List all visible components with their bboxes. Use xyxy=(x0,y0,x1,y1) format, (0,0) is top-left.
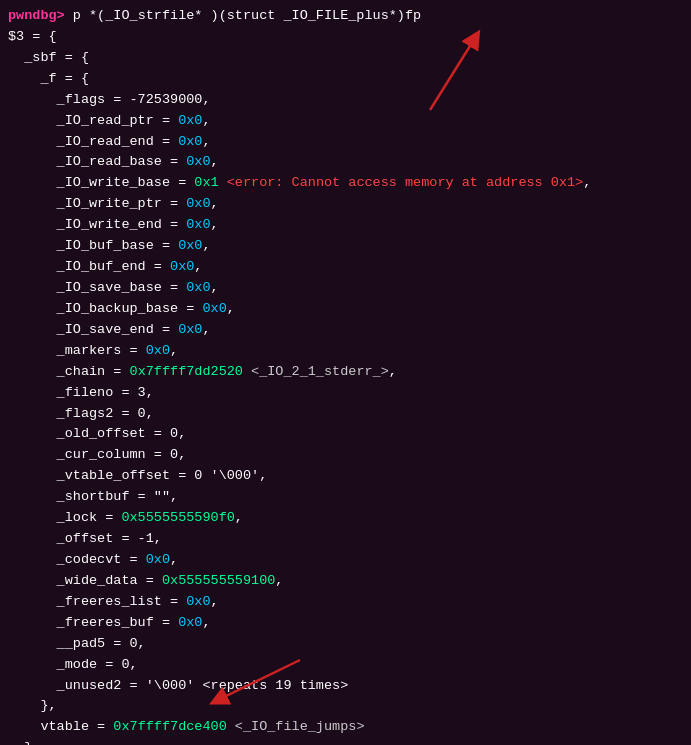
output-line-8: _IO_write_base = 0x1 <error: Cannot acce… xyxy=(8,173,683,194)
output-line-23: _shortbuf = "", xyxy=(8,487,683,508)
output-line-25: _offset = -1, xyxy=(8,529,683,550)
output-line-5: _IO_read_ptr = 0x0, xyxy=(8,111,683,132)
output-line-7: _IO_read_base = 0x0, xyxy=(8,152,683,173)
output-line-14: _IO_backup_base = 0x0, xyxy=(8,299,683,320)
output-line-24: _lock = 0x5555555590f0, xyxy=(8,508,683,529)
output-line-18: _fileno = 3, xyxy=(8,383,683,404)
output-line-20: _old_offset = 0, xyxy=(8,424,683,445)
output-line-19: _flags2 = 0, xyxy=(8,404,683,425)
output-line-1: $3 = { xyxy=(8,27,683,48)
output-line-16: _markers = 0x0, xyxy=(8,341,683,362)
output-line-31: _mode = 0, xyxy=(8,655,683,676)
output-line-2: _sbf = { xyxy=(8,48,683,69)
output-line-29: _freeres_buf = 0x0, xyxy=(8,613,683,634)
output-line-35: }, xyxy=(8,738,683,745)
output-line-9: _IO_write_ptr = 0x0, xyxy=(8,194,683,215)
output-line-4: _flags = -72539000, xyxy=(8,90,683,111)
output-line-3: _f = { xyxy=(8,69,683,90)
output-line-32: _unused2 = '\000' <repeats 19 times> xyxy=(8,676,683,697)
output-line-17: _chain = 0x7ffff7dd2520 <_IO_2_1_stderr_… xyxy=(8,362,683,383)
output-line-30: __pad5 = 0, xyxy=(8,634,683,655)
output-line-11: _IO_buf_base = 0x0, xyxy=(8,236,683,257)
output-line-6: _IO_read_end = 0x0, xyxy=(8,132,683,153)
output-line-15: _IO_save_end = 0x0, xyxy=(8,320,683,341)
output-line-21: _cur_column = 0, xyxy=(8,445,683,466)
output-line-12: _IO_buf_end = 0x0, xyxy=(8,257,683,278)
output-line-22: _vtable_offset = 0 '\000', xyxy=(8,466,683,487)
output-line-13: _IO_save_base = 0x0, xyxy=(8,278,683,299)
output-line-10: _IO_write_end = 0x0, xyxy=(8,215,683,236)
prompt-symbol: pwndbg> xyxy=(8,8,65,23)
command-text: p *(_IO_strfile* )(struct _IO_FILE_plus*… xyxy=(65,8,421,23)
output-line-28: _freeres_list = 0x0, xyxy=(8,592,683,613)
output-line-27: _wide_data = 0x555555559100, xyxy=(8,571,683,592)
output-line-34: vtable = 0x7ffff7dce400 <_IO_file_jumps> xyxy=(8,717,683,738)
terminal: pwndbg> p *(_IO_strfile* )(struct _IO_FI… xyxy=(0,0,691,745)
output-line-33: }, xyxy=(8,696,683,717)
output-line-26: _codecvt = 0x0, xyxy=(8,550,683,571)
prompt-line: pwndbg> p *(_IO_strfile* )(struct _IO_FI… xyxy=(8,6,683,27)
